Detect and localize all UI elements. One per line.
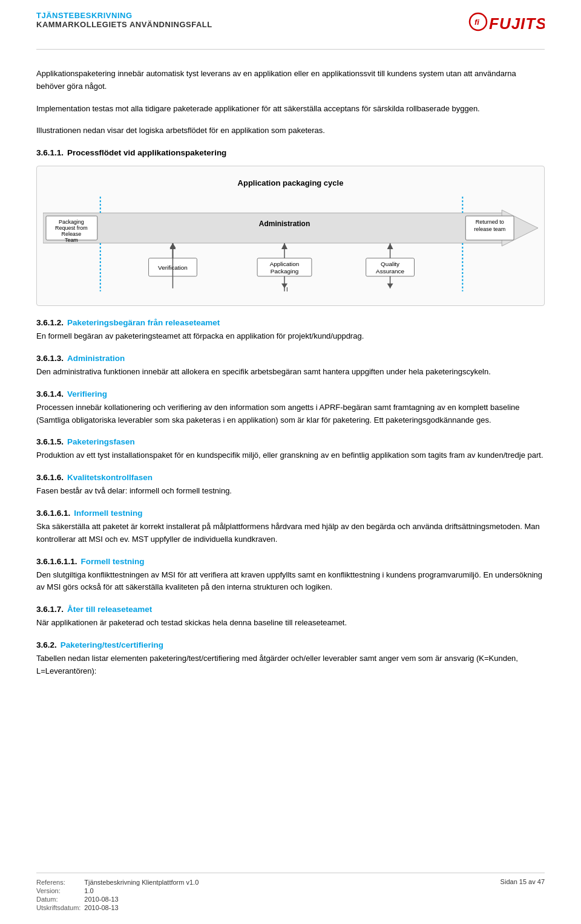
section-363-heading: 3.6.1.3. Administration (36, 354, 545, 363)
section-362main-heading: 3.6.2. Paketering/test/certifiering (36, 640, 545, 649)
doc-type: TJÄNSTEBESKRIVNING (36, 11, 212, 20)
section-367-num: 3.6.1.7. (36, 605, 64, 614)
main-content: Applikationspaketering innebär automatis… (36, 68, 545, 678)
flow-diagram-svg: Packaging Request from Release Team Retu… (43, 195, 538, 291)
section-363-num: 3.6.1.3. (36, 354, 64, 363)
svg-text:Assurance: Assurance (376, 268, 405, 275)
section-365-heading: 3.6.1.5. Paketeringsfasen (36, 437, 545, 446)
svg-text:Request from: Request from (55, 225, 88, 231)
section-367-heading: 3.6.1.7. Åter till releaseteamet (36, 605, 545, 614)
svg-text:Administration: Administration (259, 220, 310, 228)
diagram-title: Application packaging cycle (43, 178, 538, 187)
section-364-body: Processen innebär kollationering och ver… (36, 402, 545, 427)
header-title: TJÄNSTEBESKRIVNING KAMMARKOLLEGIETS ANVÄ… (36, 11, 212, 29)
version-value: 1.0 (84, 887, 202, 895)
svg-text:fi: fi (474, 18, 479, 27)
section-361-heading: 3.6.1.1. Processflödet vid applikationsp… (36, 148, 545, 157)
intro-para1: Applikationspaketering innebär automatis… (36, 68, 545, 93)
intro-para3: Illustrationen nedan visar det logiska a… (36, 125, 545, 137)
svg-text:release team: release team (474, 226, 505, 232)
section-36611-body: Den slutgiltiga konflikttestningen av MS… (36, 569, 545, 594)
page-number: Sidan 15 av 47 (501, 878, 545, 912)
section-362main-num: 3.6.2. (36, 640, 57, 649)
svg-text:Quality: Quality (381, 261, 399, 267)
utskrift-value: 2010-08-13 (84, 903, 202, 912)
referens-label: Referens: (36, 878, 84, 887)
svg-marker-39 (387, 284, 393, 288)
section-362-title: Paketeringsbegäran från releaseteamet (67, 318, 220, 327)
referens-value: Tjänstebeskrivning Klientplattform v1.0 (84, 878, 202, 887)
section-365-body: Produktion av ett tyst installationspake… (36, 449, 545, 462)
utskrift-label: Utskriftsdatum: (36, 903, 84, 912)
section-361-title: Processflödet vid applikationspaketering (67, 148, 226, 157)
section-362-heading: 3.6.1.2. Paketeringsbegäran från release… (36, 318, 545, 327)
doc-subtitle: KAMMARKOLLEGIETS ANVÄNDNINGSFALL (36, 20, 212, 29)
section-362main-body: Tabellen nedan listar elementen paketeri… (36, 652, 545, 678)
section-366-num: 3.6.1.6. (36, 473, 64, 482)
svg-text:Release: Release (61, 231, 81, 237)
section-366-heading: 3.6.1.6. Kvalitetskontrollfasen (36, 473, 545, 482)
svg-text:Packaging: Packaging (59, 219, 84, 225)
svg-text:Team: Team (65, 237, 78, 243)
section-365-title: Paketeringsfasen (67, 437, 135, 446)
section-365-num: 3.6.1.5. (36, 437, 64, 446)
datum-value: 2010-08-13 (84, 895, 202, 903)
svg-marker-25 (169, 243, 176, 248)
svg-text:FUJITSU: FUJITSU (489, 15, 545, 33)
section-364-num: 3.6.1.4. (36, 389, 64, 399)
section-3661-num: 3.6.1.6.1. (36, 509, 70, 518)
svg-marker-37 (387, 243, 393, 249)
page-footer: Referens: Tjänstebeskrivning Klientplatt… (36, 873, 545, 912)
intro-para2: Implementation testas mot alla tidigare … (36, 103, 545, 116)
svg-text:Application: Application (270, 261, 300, 267)
section-366-title: Kvalitetskontrollfasen (67, 473, 153, 482)
page-info-text: Sidan 15 av 47 (501, 878, 545, 885)
version-label: Version: (36, 887, 84, 895)
section-3661-title: Informell testning (74, 509, 142, 518)
section-366-body: Fasen består av två delar: informell och… (36, 485, 545, 498)
section-3661-body: Ska säkerställa att paketet är korrekt i… (36, 521, 545, 546)
section-3661-heading: 3.6.1.6.1. Informell testning (36, 509, 545, 518)
section-36611-title: Formell testning (81, 557, 145, 566)
page-header: TJÄNSTEBESKRIVNING KAMMARKOLLEGIETS ANVÄ… (36, 0, 545, 50)
diagram-container: Application packaging cycle Packaging Re… (36, 166, 545, 306)
svg-text:|: | (286, 286, 288, 291)
svg-text:Packaging: Packaging (271, 268, 299, 275)
section-361-num: 3.6.1.1. (36, 148, 64, 157)
datum-label: Datum: (36, 895, 84, 903)
section-362main-title: Paketering/test/certifiering (61, 640, 163, 649)
section-367-title: Åter till releaseteamet (67, 605, 152, 614)
section-362-body: En formell begäran av paketeringsteamet … (36, 330, 545, 343)
footer-metadata: Referens: Tjänstebeskrivning Klientplatt… (36, 878, 202, 912)
svg-text:Returned to: Returned to (476, 219, 504, 225)
fujitsu-logo-svg: fi FUJITSU (466, 11, 545, 41)
section-364-title: Verifiering (67, 389, 107, 399)
section-367-body: När applikationen är paketerad och testa… (36, 617, 545, 630)
fujitsu-logo: fi FUJITSU (466, 11, 545, 43)
section-36611-num: 3.6.1.6.1.1. (36, 557, 77, 566)
section-362-num: 3.6.1.2. (36, 318, 64, 327)
section-363-body: Den administrativa funktionen innebär at… (36, 366, 545, 379)
section-363-title: Administration (67, 354, 125, 363)
section-364-heading: 3.6.1.4. Verifiering (36, 389, 545, 399)
svg-marker-30 (281, 243, 287, 249)
section-36611-heading: 3.6.1.6.1.1. Formell testning (36, 557, 545, 566)
